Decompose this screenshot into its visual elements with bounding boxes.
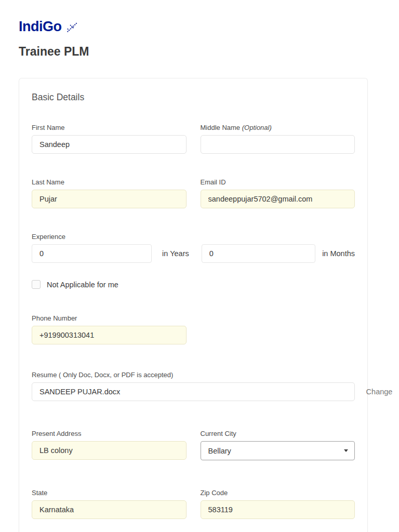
zip-input[interactable] <box>201 500 355 519</box>
basic-details-card: Basic Details First Name Middle Name (Op… <box>19 78 368 532</box>
middle-name-label-text: Middle Name <box>201 124 241 131</box>
experience-months-input[interactable] <box>202 244 315 263</box>
section-title: Basic Details <box>32 92 355 103</box>
zip-label: Zip Code <box>201 489 355 497</box>
last-name-group: Last Name <box>32 178 187 208</box>
email-group: Email ID <box>201 178 355 208</box>
not-applicable-checkbox[interactable] <box>32 280 41 289</box>
experience-row: Experience in Years in Months <box>32 233 355 263</box>
middle-name-label: Middle Name (Optional) <box>201 124 355 131</box>
current-city-value: Bellary <box>208 447 231 455</box>
last-name-input[interactable] <box>32 190 187 208</box>
zip-group: Zip Code <box>201 489 355 519</box>
present-address-label: Present Address <box>32 430 187 437</box>
name-row: First Name Middle Name (Optional) <box>32 124 355 154</box>
state-input[interactable] <box>32 500 187 519</box>
state-group: State <box>32 489 187 519</box>
experience-years-input[interactable] <box>32 244 152 263</box>
phone-label: Phone Number <box>32 314 187 322</box>
experience-years-unit: in Years <box>162 249 189 258</box>
first-name-label: First Name <box>32 124 187 131</box>
current-city-group: Current City Bellary <box>201 430 355 460</box>
not-applicable-label: Not Applicable for me <box>47 281 118 289</box>
phone-row: Phone Number <box>32 314 355 344</box>
present-address-input[interactable] <box>32 441 187 460</box>
experience-months-unit: in Months <box>322 249 355 258</box>
first-name-group: First Name <box>32 124 187 154</box>
middle-name-group: Middle Name (Optional) <box>201 124 355 154</box>
state-zip-row: State Zip Code <box>32 489 355 519</box>
resume-label: Resume ( Only Doc, Docx, or PDF is accep… <box>32 371 355 379</box>
not-applicable-row: Not Applicable for me <box>32 280 355 289</box>
brand-header: IndiGo <box>19 20 380 36</box>
email-label: Email ID <box>201 178 355 186</box>
experience-label: Experience <box>32 233 355 241</box>
application-form-page: IndiGo Trainee PLM Basic Details First N… <box>0 0 399 532</box>
last-name-label: Last Name <box>32 178 187 186</box>
page-title: Trainee PLM <box>19 45 380 59</box>
current-city-label: Current City <box>201 430 355 437</box>
experience-inputs: in Years in Months <box>32 244 355 263</box>
middle-name-optional-note: (Optional) <box>242 124 272 131</box>
indigo-logo: IndiGo <box>19 20 61 34</box>
current-city-select[interactable]: Bellary <box>201 441 355 460</box>
address-city-row: Present Address Current City Bellary <box>32 430 355 460</box>
state-label: State <box>32 489 187 497</box>
resume-controls: Change <box>32 382 355 401</box>
resume-filename-input[interactable] <box>32 382 355 401</box>
indigo-plane-icon <box>64 20 80 36</box>
resume-row: Resume ( Only Doc, Docx, or PDF is accep… <box>32 371 355 401</box>
middle-name-input[interactable] <box>201 135 355 154</box>
chevron-down-icon <box>344 449 348 452</box>
resume-change-button[interactable]: Change <box>363 388 395 396</box>
email-input[interactable] <box>201 190 355 208</box>
lastname-email-row: Last Name Email ID <box>32 178 355 208</box>
phone-group: Phone Number <box>32 314 187 344</box>
phone-input[interactable] <box>32 326 187 344</box>
present-address-group: Present Address <box>32 430 187 460</box>
first-name-input[interactable] <box>32 135 187 154</box>
